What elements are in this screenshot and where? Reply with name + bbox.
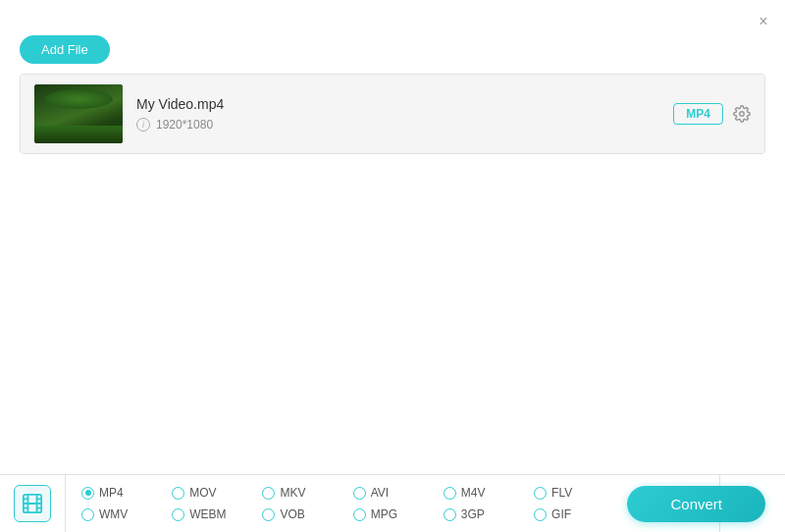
format-option-wmv[interactable]: WMV — [81, 507, 172, 521]
format-option-gif[interactable]: GIF — [534, 507, 624, 521]
format-label-mov: MOV — [189, 486, 216, 500]
radio-wmv[interactable] — [81, 508, 94, 521]
format-grid: MP4 MOV MKV AVI M4V — [66, 475, 640, 532]
format-label-gif: GIF — [551, 507, 571, 521]
format-label-m4v: M4V — [461, 486, 486, 500]
radio-mpg[interactable] — [353, 508, 366, 521]
radio-3gp[interactable] — [444, 508, 456, 521]
format-label-flv: FLV — [551, 486, 572, 500]
file-actions: MP4 — [673, 103, 751, 125]
format-label-vob: VOB — [280, 507, 304, 521]
format-option-webm[interactable]: WEBM — [172, 507, 262, 521]
svg-point-0 — [740, 112, 745, 117]
file-list: My Video.mp4 i 1920*1080 MP4 — [20, 74, 765, 154]
format-label-3gp: 3GP — [461, 507, 485, 521]
file-meta: i 1920*1080 — [136, 118, 673, 132]
close-button[interactable]: × — [754, 12, 773, 31]
radio-mp4[interactable] — [81, 487, 94, 500]
format-badge[interactable]: MP4 — [673, 103, 723, 125]
radio-gif[interactable] — [534, 508, 547, 521]
app-wrapper: × Add File My Video.mp4 i 1920*1080 MP4 — [0, 0, 785, 532]
format-label-webm: WEBM — [189, 507, 226, 521]
format-label-wmv: WMV — [99, 507, 128, 521]
radio-mov[interactable] — [172, 487, 184, 500]
file-name: My Video.mp4 — [136, 96, 673, 112]
format-label-avi: AVI — [371, 486, 389, 500]
format-option-m4v[interactable]: M4V — [444, 486, 534, 500]
format-option-mov[interactable]: MOV — [172, 486, 262, 500]
title-bar: × — [0, 0, 785, 35]
radio-flv[interactable] — [534, 487, 547, 500]
radio-avi[interactable] — [353, 487, 366, 500]
file-item: My Video.mp4 i 1920*1080 MP4 — [21, 75, 764, 153]
file-info: My Video.mp4 i 1920*1080 — [136, 96, 673, 132]
convert-button[interactable]: Convert — [627, 486, 765, 522]
format-label-mp4: MP4 — [99, 486, 124, 500]
format-label-mkv: MKV — [280, 486, 305, 500]
video-tab-section — [0, 475, 66, 532]
video-thumbnail — [34, 84, 123, 143]
format-option-3gp[interactable]: 3GP — [444, 507, 534, 521]
add-file-button[interactable]: Add File — [20, 35, 110, 64]
radio-mkv[interactable] — [262, 487, 275, 500]
settings-button[interactable] — [733, 105, 751, 123]
format-label-mpg: MPG — [371, 507, 397, 521]
file-resolution: 1920*1080 — [156, 118, 213, 132]
format-option-flv[interactable]: FLV — [534, 486, 624, 500]
radio-m4v[interactable] — [444, 487, 456, 500]
info-icon: i — [136, 118, 150, 132]
video-tab-button[interactable] — [14, 485, 51, 522]
radio-vob[interactable] — [262, 508, 275, 521]
format-option-avi[interactable]: AVI — [353, 486, 444, 500]
radio-webm[interactable] — [172, 508, 184, 521]
format-option-mkv[interactable]: MKV — [262, 486, 352, 500]
toolbar: Add File — [0, 35, 785, 74]
bottom-actions: Convert — [627, 486, 765, 522]
format-option-mp4[interactable]: MP4 — [81, 486, 172, 500]
format-option-vob[interactable]: VOB — [262, 507, 352, 521]
format-option-mpg[interactable]: MPG — [353, 507, 444, 521]
